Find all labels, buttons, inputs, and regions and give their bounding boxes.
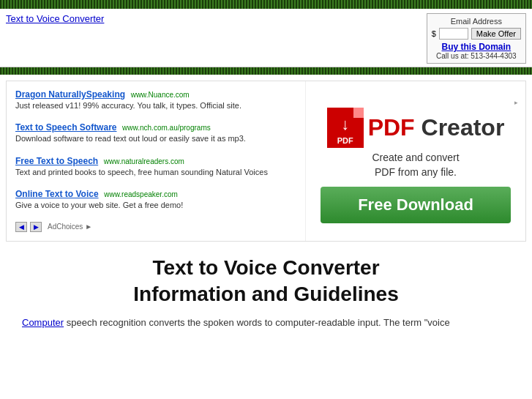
ad-choices-label: AdChoices ► — [48, 223, 92, 231]
ad-left-panel: Dragon NaturallySpeaking www.Nuance.com … — [7, 81, 306, 241]
main-content: Dragon NaturallySpeaking www.Nuance.com … — [0, 75, 532, 337]
bottom-decorative-bar — [0, 67, 532, 75]
ad-right-panel: ▸ ↓ PDF PDF Creator Create and convertPD… — [306, 81, 525, 241]
page-heading: Text to Voice Converter Information and … — [15, 255, 517, 308]
ad-url-2: www.nch.com.au/programs — [122, 124, 211, 132]
ad-link-4[interactable]: Online Text to Voice — [15, 189, 99, 199]
ad-url-1: www.Nuance.com — [131, 91, 190, 99]
heading-line2: Information and Guidelines — [133, 283, 398, 305]
ad-desc-4: Give a voice to your web site. Get a fre… — [15, 200, 296, 211]
free-download-button[interactable]: Free Download — [321, 187, 511, 223]
make-offer-button[interactable]: Make Offer — [471, 28, 521, 40]
ad-link-1[interactable]: Dragon NaturallySpeaking — [15, 89, 125, 100]
ad-desc-1: Just released v11! 99% accuracy. You tal… — [15, 100, 296, 111]
ad-link-2[interactable]: Text to Speech Software — [15, 122, 116, 133]
content-section: Text to Voice Converter Information and … — [0, 247, 532, 337]
price-input[interactable] — [439, 28, 468, 40]
ad-indicator: ▸ — [514, 99, 518, 106]
intro-text-rest: speech recognition converts the spoken w… — [64, 317, 450, 328]
ad-item-4: Online Text to Voice www.readspeaker.com… — [15, 188, 296, 211]
ad-section: Dragon NaturallySpeaking www.Nuance.com … — [6, 81, 526, 242]
ad-item-1: Dragon NaturallySpeaking www.Nuance.com … — [15, 89, 296, 111]
header: Text to Voice Converter Email Address $ … — [0, 9, 532, 67]
ad-navigation: ◀ ▶ AdChoices ► — [15, 222, 296, 232]
top-decorative-bar — [0, 0, 532, 9]
intro-paragraph: Computer speech recognition converts the… — [15, 316, 517, 330]
pdf-icon-text: PDF — [337, 136, 353, 145]
ad-item-3: Free Text to Speech www.naturalreaders.c… — [15, 155, 296, 178]
dollar-sign: $ — [432, 29, 436, 38]
pdf-icon: ↓ PDF — [327, 108, 364, 148]
ad-url-3: www.naturalreaders.com — [104, 157, 184, 165]
buy-domain-link[interactable]: Buy this Domain — [432, 42, 521, 52]
ad-desc-3: Text and printed books to speech, free h… — [15, 167, 296, 178]
site-title-link[interactable]: Text to Voice Converter — [6, 13, 104, 24]
pdf-brand-title: PDF Creator — [368, 116, 505, 139]
call-us-text: Call us at: 513-344-4303 — [432, 52, 521, 60]
ad-link-3[interactable]: Free Text to Speech — [15, 156, 98, 166]
pdf-creator-header: ↓ PDF PDF Creator — [327, 108, 505, 148]
ad-url-4: www.readspeaker.com — [104, 190, 178, 198]
heading-line1: Text to Voice Converter — [152, 256, 379, 279]
prev-arrow-icon[interactable]: ◀ — [15, 222, 27, 232]
domain-row: $ Make Offer — [432, 28, 521, 40]
next-arrow-icon[interactable]: ▶ — [30, 222, 42, 232]
domain-label: Email Address — [432, 17, 521, 26]
pdf-tagline: Create and convertPDF from any file. — [372, 151, 459, 179]
ad-desc-2: Download software to read text out loud … — [15, 133, 296, 144]
computer-link[interactable]: Computer — [22, 317, 64, 328]
pdf-icon-fold — [353, 108, 364, 118]
pdf-arrow-icon: ↓ — [341, 115, 349, 134]
domain-box: Email Address $ Make Offer Buy this Doma… — [427, 13, 526, 64]
ad-item-2: Text to Speech Software www.nch.com.au/p… — [15, 122, 296, 144]
